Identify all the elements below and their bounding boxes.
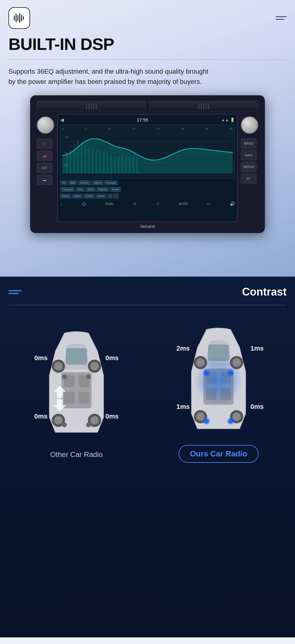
svg-rect-23 [118, 155, 120, 173]
contrast-header: Contrast [8, 286, 287, 298]
display-icon: ▬ [43, 178, 46, 182]
svg-point-39 [54, 362, 63, 370]
svg-text:-20: -20 [63, 164, 68, 167]
main-screen: ◀ 17:55 ▲▲ 🔋 05101520253036 [57, 114, 238, 222]
svg-point-72 [203, 418, 210, 425]
ours-car-label-button[interactable]: Ours Car Radio [179, 445, 259, 463]
right-knob[interactable] [241, 116, 258, 134]
ac-button[interactable]: A/C [37, 163, 52, 173]
other-car-wrapper: 0ms 0ms [34, 324, 119, 444]
other-ms-top-right: 0ms [105, 354, 119, 362]
warning-icon: ⚠ [43, 142, 46, 146]
svg-rect-15 [88, 148, 90, 173]
svg-rect-20 [107, 154, 108, 173]
eq-display: 05101520253036 [60, 124, 235, 179]
left-knob[interactable] [37, 116, 54, 134]
ours-ms-bottom-right: 0ms [250, 403, 264, 411]
brand-label: Seicane [37, 224, 258, 229]
reset-btn[interactable]: Reset [110, 187, 121, 192]
svg-rect-4 [21, 15, 22, 21]
menu-button[interactable] [276, 16, 287, 20]
ours-car-item: 2ms 1ms [151, 320, 287, 463]
popular-btn[interactable]: Popular [96, 187, 109, 192]
display-button[interactable]: ▬ [37, 175, 52, 185]
left-controls: ⚠ 🚗 A/C ▬ [37, 114, 54, 185]
power-icon[interactable]: ⏻ [82, 201, 86, 206]
user1-btn[interactable]: User1 [60, 194, 71, 198]
dolby-btn[interactable]: DOLBY [78, 180, 91, 185]
car-frame: ⚠ 🚗 A/C ▬ ◀ [30, 95, 265, 233]
jazz-btn[interactable]: Jazz [76, 187, 85, 192]
ours-ms-bottom-left: 1ms [176, 403, 190, 411]
svg-rect-1 [16, 14, 17, 22]
svg-rect-32 [66, 348, 87, 365]
svg-point-49 [86, 422, 91, 427]
classical-btn[interactable]: Classical [60, 187, 75, 192]
srs-btn[interactable]: SRS® [92, 180, 103, 185]
minus-btn[interactable]: − [113, 194, 118, 198]
logo-icon [8, 7, 30, 29]
svg-rect-19 [103, 152, 104, 173]
car-icon: 🚗 [43, 154, 46, 158]
right-controls: BAND NAVI MEDIA BT [241, 114, 258, 184]
bbe-btn[interactable]: BBE [68, 180, 77, 185]
media-button[interactable]: MEDIA [241, 162, 256, 172]
svg-rect-22 [114, 157, 116, 173]
svg-rect-26 [129, 157, 130, 173]
svg-point-45 [90, 416, 99, 425]
ac-nav-icon[interactable]: ❄ [133, 201, 137, 206]
dts-btn[interactable]: dts [60, 180, 67, 185]
signal-icon: ▲▲ 🔋 [221, 118, 235, 122]
vent-right [149, 101, 258, 112]
car-mode-button[interactable]: 🚗 [37, 151, 52, 161]
other-car-label: Other Car Radio [50, 450, 103, 459]
rock-btn[interactable]: Rock [86, 187, 96, 192]
contrast-line-2 [8, 293, 19, 294]
through-btn[interactable]: Through [104, 180, 118, 185]
description-text: Supports 36EQ adjustment, and the ultra-… [8, 66, 213, 87]
volume-up-icon[interactable]: 🔊 [230, 201, 235, 206]
svg-rect-36 [64, 392, 74, 404]
bottom-nav: ⌂ ⏻ DUAL ❄ ↺ AUTO ⇄ 🔊 [60, 200, 235, 206]
svg-rect-16 [92, 146, 93, 173]
sound-modes-row: dts BBE DOLBY SRS® Through Classical Jaz… [60, 180, 235, 198]
eq-labels: 05101520253036 [62, 127, 233, 130]
user3-btn[interactable]: User3 [84, 194, 95, 198]
svg-rect-13 [81, 142, 82, 173]
ours-car-wrapper: 2ms 1ms [176, 320, 261, 441]
back-icon[interactable]: ◀ [60, 117, 64, 123]
other-ms-bottom-left: 0ms [34, 412, 48, 420]
auto-label: AUTO [179, 202, 188, 206]
band-button[interactable]: BAND [241, 138, 256, 149]
warning-button[interactable]: ⚠ [37, 139, 52, 149]
other-ms-top-left: 0ms [34, 354, 48, 362]
contrast-icon [8, 290, 22, 294]
svg-point-48 [62, 422, 67, 427]
screen-topbar: ◀ 17:55 ▲▲ 🔋 [60, 117, 235, 123]
add-btn[interactable]: + [107, 194, 112, 198]
other-car-svg [37, 327, 116, 441]
dash-vents-top [37, 101, 258, 112]
svg-rect-17 [96, 149, 97, 173]
svg-rect-2 [17, 15, 18, 21]
svg-text:0: 0 [65, 152, 67, 155]
bottom-section: Contrast 0ms 0ms [0, 277, 295, 637]
svg-point-74 [227, 418, 234, 425]
svg-rect-12 [77, 140, 79, 173]
contrast-title: Contrast [242, 286, 287, 298]
svg-rect-25 [125, 155, 127, 173]
sound-wave-effect [194, 357, 243, 405]
svg-point-47 [86, 374, 91, 379]
user4-btn[interactable]: User4 [95, 194, 106, 198]
page-title: BUILT-IN DSP [8, 35, 287, 54]
home-icon[interactable]: ⌂ [60, 201, 63, 206]
recirculate-icon[interactable]: ↺ [156, 201, 160, 206]
navi-button[interactable]: NAVI [241, 150, 256, 160]
user2-btn[interactable]: User2 [72, 194, 83, 198]
bt-button[interactable]: BT [241, 173, 256, 184]
svg-rect-28 [136, 157, 138, 173]
ours-ms-top-left: 2ms [176, 345, 190, 352]
waveform-icon [13, 11, 26, 25]
vent-left [37, 101, 146, 112]
sync-icon[interactable]: ⇄ [207, 201, 210, 206]
